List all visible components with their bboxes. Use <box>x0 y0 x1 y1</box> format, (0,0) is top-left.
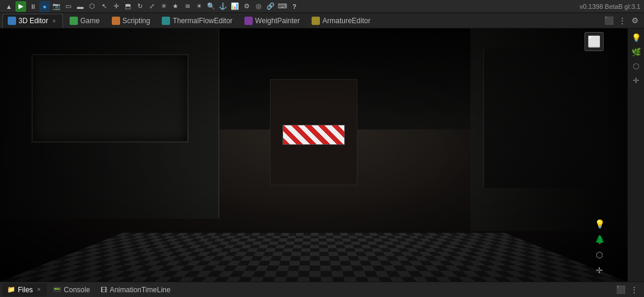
tab-3d-editor-label: 3D Editor <box>18 17 48 25</box>
tab-weight-painter[interactable]: WeightPainter <box>239 14 305 28</box>
top-bar: ▲ ▶ ⏸ ● 📷 ▭ ▬ ⬡ ↖ ✛ ⬒ ↻ ⤢ ✳ ★ ≋ ☀ 🔍 ⚓ 📊 … <box>0 0 644 13</box>
main-area: ⬜ 💡 🌲 ⬡ ✛ 💡 🌿 ⬡ ✛ <box>0 29 644 282</box>
tab-armature-editor[interactable]: ArmatureEditor <box>306 14 376 28</box>
tab-game-label: Game <box>80 17 100 25</box>
triangle-icon[interactable]: ▲ <box>4 1 14 12</box>
animation-tab-label: AnimationTimeLine <box>109 286 170 294</box>
scene-container: ⬜ 💡 🌲 ⬡ ✛ <box>0 29 627 282</box>
right-panel: 💡 🌿 ⬡ ✛ <box>627 29 644 282</box>
tab-scripting-label: Scripting <box>122 17 150 25</box>
record-icon[interactable]: ● <box>39 1 50 12</box>
files-tab-label: Files <box>18 286 33 294</box>
star-icon[interactable]: ★ <box>170 1 181 12</box>
rotate-icon[interactable]: ↻ <box>134 1 145 12</box>
move-tool-icon[interactable]: ⬡ <box>87 1 98 12</box>
scale-icon[interactable]: ⤢ <box>146 1 157 12</box>
bottom-tab-console[interactable]: 📟 Console <box>48 283 95 296</box>
animation-tab-icon: 🎞 <box>100 286 107 293</box>
light-icon[interactable]: ☀ <box>194 1 205 12</box>
render-icon[interactable]: ▭ <box>63 1 74 12</box>
target-icon[interactable]: ◎ <box>253 1 264 12</box>
bottom-tab-files[interactable]: 📁 Files × <box>2 283 47 296</box>
thermal-tab-icon <box>162 17 170 25</box>
viewport[interactable]: ⬜ 💡 🌲 ⬡ ✛ <box>0 29 627 282</box>
link-icon[interactable]: 🔗 <box>265 1 276 12</box>
top-bar-left: ▲ ▶ ⏸ ● 📷 ▭ ▬ ⬡ ↖ ✛ ⬒ ↻ ⤢ ✳ ★ ≋ ☀ 🔍 ⚓ 📊 … <box>4 1 300 12</box>
console-tab-icon: 📟 <box>53 286 61 293</box>
tree-nav-icon[interactable]: 🌲 <box>593 233 606 246</box>
tab-menu-icon[interactable]: ⋮ <box>617 15 627 26</box>
console-tab-label: Console <box>64 286 90 294</box>
scripting-tab-icon <box>112 17 120 25</box>
gear-icon[interactable]: ⚙ <box>241 1 252 12</box>
anchor-icon[interactable]: ⚓ <box>218 1 228 12</box>
sun-nav-icon[interactable]: 💡 <box>593 217 606 230</box>
left-panel <box>32 54 189 143</box>
armature-tab-icon <box>312 17 320 25</box>
game-tab-icon <box>70 17 78 25</box>
right-structure <box>483 49 608 188</box>
bottom-menu-icon[interactable]: ⋮ <box>629 285 639 295</box>
axes-nav-icon[interactable]: ✛ <box>593 264 606 277</box>
chart-icon[interactable]: 📊 <box>230 1 240 12</box>
bottom-tab-animation[interactable]: 🎞 AnimationTimeLine <box>96 283 175 296</box>
version-label: v0.1398 BetaB gl:3.1 <box>580 3 640 10</box>
files-tab-close[interactable]: × <box>35 286 42 293</box>
cube-nav-icon[interactable]: ⬡ <box>593 248 606 261</box>
cube-panel-icon[interactable]: ⬡ <box>630 59 643 72</box>
bottom-bar: 📁 Files × 📟 Console 🎞 AnimationTimeLine … <box>0 282 644 297</box>
magnify-icon[interactable]: 🔍 <box>206 1 216 12</box>
script-icon[interactable]: ⌨ <box>277 1 288 12</box>
water-icon[interactable]: ≋ <box>182 1 193 12</box>
files-tab-icon: 📁 <box>7 286 15 293</box>
select-tool-icon[interactable]: ↖ <box>99 1 109 12</box>
cube-widget[interactable]: ⬜ <box>585 32 604 51</box>
tab-thermal-label: ThermalFlowEditor <box>172 17 233 25</box>
tab-weight-label: WeightPainter <box>255 17 300 25</box>
render2-icon[interactable]: ▬ <box>75 1 86 12</box>
camera-icon[interactable]: 📷 <box>51 1 62 12</box>
bottom-expand-icon[interactable]: ⬛ <box>615 285 626 295</box>
tree-panel-icon[interactable]: 🌿 <box>630 45 643 58</box>
viewport-orientation-cube[interactable]: ⬜ <box>585 32 606 53</box>
tab-3d-editor-close[interactable]: × <box>51 17 58 24</box>
barrier <box>282 125 345 145</box>
box-icon[interactable]: ⬒ <box>122 1 133 12</box>
3d-editor-tab-icon <box>8 17 16 25</box>
bulb-panel-icon[interactable]: 💡 <box>630 31 643 44</box>
tab-expand-icon[interactable]: ⬛ <box>604 15 614 26</box>
bottom-bar-right: ⬛ ⋮ <box>615 285 642 295</box>
sun-icon[interactable]: ✳ <box>158 1 169 12</box>
tab-armature-label: ArmatureEditor <box>322 17 370 25</box>
play-icon[interactable]: ▶ <box>15 1 26 12</box>
tab-thermal-flow-editor[interactable]: ThermalFlowEditor <box>156 14 238 28</box>
tab-game[interactable]: Game <box>64 14 105 28</box>
tab-settings-icon[interactable]: ⚙ <box>630 15 640 26</box>
tab-bar: 3D Editor × Game Scripting ThermalFlowEd… <box>0 13 644 29</box>
tab-scripting[interactable]: Scripting <box>106 14 156 28</box>
viewport-nav-icons: 💡 🌲 ⬡ ✛ <box>593 217 606 277</box>
tab-bar-right: ⬛ ⋮ ⚙ <box>604 15 644 26</box>
axes-panel-icon[interactable]: ✛ <box>630 74 643 87</box>
weight-tab-icon <box>244 17 253 25</box>
transform-icon[interactable]: ✛ <box>111 1 121 12</box>
help-icon[interactable]: ? <box>289 1 300 12</box>
tab-3d-editor[interactable]: 3D Editor × <box>2 14 63 28</box>
save-icon[interactable]: ⏸ <box>27 1 38 12</box>
